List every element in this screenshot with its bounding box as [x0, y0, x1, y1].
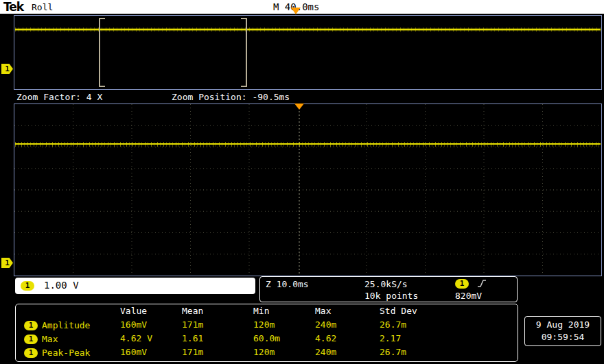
column-header-max: Max [315, 306, 331, 316]
top-status-bar: Tek Roll M 40.0ms [0, 0, 604, 14]
measurement-row-peak-peak: 1Peak-Peak 160mV 171m 120m 240m 26.7m [16, 347, 518, 360]
measurement-max: 4.62 [315, 333, 336, 343]
measurement-value: 160mV [120, 347, 147, 357]
channel1-waveform-trace [15, 143, 601, 145]
measurement-label: Amplitude [42, 320, 90, 330]
overview-window [14, 15, 602, 90]
trigger-level-readout: 820mV [455, 291, 482, 301]
measurements-table: Value Mean Min Max Std Dev 1Amplitude 16… [15, 304, 518, 362]
tek-logo: Tek [3, 0, 23, 14]
measurement-row-max: 1Max 4.62 V 1.61 60.0m 4.62 2.17 [16, 333, 518, 346]
measurement-mean: 1.61 [182, 333, 203, 343]
date-readout: 9 Aug 2019 [525, 319, 601, 330]
measurement-max: 240m [315, 347, 336, 357]
measurement-stddev: 2.17 [380, 333, 401, 343]
zoom-bracket-right-icon [241, 18, 247, 87]
zoom-window [14, 104, 602, 276]
column-header-value: Value [120, 306, 147, 316]
record-length-readout: 10k points [364, 291, 418, 301]
measurement-max: 240m [315, 319, 336, 330]
datetime-display: 9 Aug 2019 09:59:54 [524, 316, 601, 346]
trigger-position-marker-top-icon [291, 8, 301, 14]
zoom-bracket-left-icon [99, 18, 105, 87]
channel1-badge: 1 [24, 335, 38, 344]
acquisition-mode-label: Roll [32, 2, 53, 12]
column-header-mean: Mean [182, 306, 203, 316]
measurements-header-row: Value Mean Min Max Std Dev [16, 306, 518, 319]
channel1-badge: 1 [21, 281, 34, 291]
acquisition-readout: Z 10.0ms 25.0kS/s 1 10k points 820mV [259, 276, 518, 302]
column-header-stddev: Std Dev [380, 306, 417, 316]
channel1-badge: 1 [24, 321, 38, 330]
measurement-min: 120m [253, 347, 275, 357]
zoom-factor-label: Zoom Factor: 4 X [16, 92, 102, 102]
channel1-volts-per-div: 1.00 V [44, 280, 79, 291]
measurement-mean: 171m [182, 319, 203, 330]
channel1-badge: 1 [24, 348, 38, 358]
measurement-stddev: 26.7m [380, 319, 406, 330]
zoom-position-label: Zoom Position: -90.5ms [172, 92, 290, 102]
measurement-label: Peak-Peak [42, 348, 90, 358]
time-readout: 09:59:54 [525, 332, 601, 342]
trigger-slope-icon [477, 278, 487, 291]
graticule-grid [14, 104, 601, 276]
measurement-value: 4.62 V [120, 333, 152, 343]
channel1-marker-main: 1 [1, 258, 13, 268]
sample-rate-readout: 25.0kS/s [364, 279, 408, 289]
measurement-stddev: 26.7m [380, 347, 406, 357]
channel1-scale-readout: 1 1.00 V [15, 278, 255, 294]
measurement-min: 120m [253, 319, 275, 330]
zoom-timebase-readout: Z 10.0ms [266, 279, 309, 289]
channel1-marker-overview: 1 [1, 64, 13, 74]
column-header-min: Min [253, 306, 269, 316]
measurement-label: Max [42, 334, 58, 344]
trigger-source-badge: 1 [455, 279, 469, 289]
measurement-min: 60.0m [253, 333, 280, 343]
measurement-value: 160mV [120, 319, 147, 330]
trigger-position-marker-icon [294, 104, 304, 110]
measurement-row-amplitude: 1Amplitude 160mV 171m 120m 240m 26.7m [16, 319, 518, 332]
measurement-mean: 171m [182, 347, 203, 357]
